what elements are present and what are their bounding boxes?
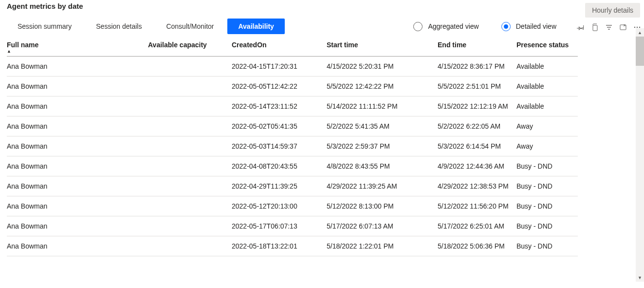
cell-full-name: Ana Bowman bbox=[7, 136, 148, 156]
cell-presence-status: Away bbox=[516, 136, 578, 156]
table-row[interactable]: Ana Bowman2022-05-05T12:42:225/5/2022 12… bbox=[7, 77, 578, 96]
cell-created-on: 2022-04-15T17:20:31 bbox=[232, 57, 327, 77]
aggregated-view-label: Aggregated view bbox=[428, 22, 478, 30]
cell-start-time: 5/14/2022 11:11:52 PM bbox=[327, 96, 438, 116]
table-row[interactable]: Ana Bowman2022-05-14T23:11:525/14/2022 1… bbox=[7, 96, 578, 116]
cell-presence-status: Busy - DND bbox=[516, 156, 578, 176]
filter-icon[interactable] bbox=[605, 23, 613, 31]
cell-full-name: Ana Bowman bbox=[7, 176, 148, 196]
tab-session-summary[interactable]: Session summary bbox=[7, 19, 82, 34]
cell-full-name: Ana Bowman bbox=[7, 96, 148, 116]
table-row[interactable]: Ana Bowman2022-05-03T14:59:375/3/2022 2:… bbox=[7, 136, 578, 156]
cell-created-on: 2022-05-18T13:22:01 bbox=[232, 236, 327, 256]
cell-available-capacity bbox=[148, 156, 232, 176]
cell-presence-status: Busy - DND bbox=[516, 196, 578, 216]
cell-created-on: 2022-05-02T05:41:35 bbox=[232, 116, 327, 136]
copy-icon[interactable] bbox=[591, 23, 599, 31]
tab-session-details[interactable]: Session details bbox=[85, 19, 152, 34]
cell-presence-status: Available bbox=[516, 96, 578, 116]
svg-point-6 bbox=[637, 27, 638, 28]
cell-full-name: Ana Bowman bbox=[7, 77, 148, 96]
col-header-start-time[interactable]: Start time bbox=[327, 38, 438, 57]
cell-start-time: 5/17/2022 6:07:13 AM bbox=[327, 216, 438, 236]
focus-mode-icon[interactable] bbox=[619, 23, 627, 31]
cell-full-name: Ana Bowman bbox=[7, 116, 148, 136]
cell-end-time: 4/9/2022 12:44:36 AM bbox=[438, 156, 516, 176]
cell-start-time: 4/29/2022 11:39:25 AM bbox=[327, 176, 438, 196]
scroll-thumb[interactable] bbox=[636, 37, 644, 66]
cell-presence-status: Available bbox=[516, 57, 578, 77]
cell-available-capacity bbox=[148, 96, 232, 116]
tabs: Session summarySession detailsConsult/Mo… bbox=[7, 19, 285, 34]
table-row[interactable]: Ana Bowman2022-04-08T20:43:554/8/2022 8:… bbox=[7, 156, 578, 176]
table-row[interactable]: Ana Bowman2022-04-29T11:39:254/29/2022 1… bbox=[7, 176, 578, 196]
hourly-details-button[interactable]: Hourly details bbox=[585, 3, 640, 18]
cell-end-time: 5/5/2022 2:51:01 PM bbox=[438, 77, 516, 96]
cell-presence-status: Available bbox=[516, 77, 578, 96]
cell-start-time: 5/3/2022 2:59:37 PM bbox=[327, 136, 438, 156]
cell-available-capacity bbox=[148, 176, 232, 196]
cell-full-name: Ana Bowman bbox=[7, 57, 148, 77]
cell-presence-status: Busy - DND bbox=[516, 236, 578, 256]
scroll-up-icon[interactable]: ▲ bbox=[636, 28, 644, 37]
cell-available-capacity bbox=[148, 57, 232, 77]
cell-full-name: Ana Bowman bbox=[7, 236, 148, 256]
table-row[interactable]: Ana Bowman2022-05-02T05:41:355/2/2022 5:… bbox=[7, 116, 578, 136]
cell-end-time: 4/15/2022 8:36:17 PM bbox=[438, 57, 516, 77]
cell-created-on: 2022-05-05T12:42:22 bbox=[232, 77, 327, 96]
cell-full-name: Ana Bowman bbox=[7, 156, 148, 176]
cell-created-on: 2022-05-17T06:07:13 bbox=[232, 216, 327, 236]
col-header-created-on[interactable]: CreatedOn bbox=[232, 38, 327, 57]
detailed-view-radio[interactable]: Detailed view bbox=[501, 22, 556, 31]
cell-start-time: 5/12/2022 8:13:00 PM bbox=[327, 196, 438, 216]
svg-point-7 bbox=[639, 27, 640, 28]
cell-end-time: 5/15/2022 12:12:19 AM bbox=[438, 96, 516, 116]
col-header-end-time[interactable]: End time bbox=[438, 38, 516, 57]
vertical-scrollbar[interactable]: ▲ ▼ bbox=[636, 28, 644, 282]
cell-created-on: 2022-05-14T23:11:52 bbox=[232, 96, 327, 116]
cell-end-time: 5/17/2022 6:25:01 AM bbox=[438, 216, 516, 236]
tab-consult-monitor[interactable]: Consult/Monitor bbox=[155, 19, 224, 34]
cell-end-time: 5/2/2022 6:22:05 AM bbox=[438, 116, 516, 136]
data-table: Full name ▲ Available capacity CreatedOn… bbox=[7, 38, 578, 256]
cell-start-time: 5/5/2022 12:42:22 PM bbox=[327, 77, 438, 96]
cell-created-on: 2022-04-08T20:43:55 bbox=[232, 156, 327, 176]
pin-icon[interactable] bbox=[577, 23, 585, 31]
scroll-down-icon[interactable]: ▼ bbox=[636, 273, 644, 282]
col-header-full-name[interactable]: Full name ▲ bbox=[7, 38, 148, 57]
cell-start-time: 4/8/2022 8:43:55 PM bbox=[327, 156, 438, 176]
cell-available-capacity bbox=[148, 236, 232, 256]
cell-available-capacity bbox=[148, 77, 232, 96]
cell-full-name: Ana Bowman bbox=[7, 216, 148, 236]
svg-rect-0 bbox=[593, 25, 597, 31]
col-header-available-capacity[interactable]: Available capacity bbox=[148, 38, 232, 57]
cell-created-on: 2022-05-12T20:13:00 bbox=[232, 196, 327, 216]
table-row[interactable]: Ana Bowman2022-05-17T06:07:135/17/2022 6… bbox=[7, 216, 578, 236]
col-header-presence-status[interactable]: Presence status bbox=[516, 38, 578, 57]
cell-start-time: 5/2/2022 5:41:35 AM bbox=[327, 116, 438, 136]
aggregated-view-radio[interactable]: Aggregated view bbox=[413, 22, 478, 31]
cell-created-on: 2022-04-29T11:39:25 bbox=[232, 176, 327, 196]
cell-start-time: 5/18/2022 1:22:01 PM bbox=[327, 236, 438, 256]
sort-asc-icon: ▲ bbox=[7, 49, 148, 53]
cell-available-capacity bbox=[148, 116, 232, 136]
cell-end-time: 4/29/2022 12:38:53 PM bbox=[438, 176, 516, 196]
page-title: Agent metrics by date bbox=[7, 0, 83, 11]
cell-end-time: 5/18/2022 5:06:36 PM bbox=[438, 236, 516, 256]
cell-end-time: 5/12/2022 11:56:20 PM bbox=[438, 196, 516, 216]
table-row[interactable]: Ana Bowman2022-05-12T20:13:005/12/2022 8… bbox=[7, 196, 578, 216]
detailed-view-label: Detailed view bbox=[516, 22, 556, 30]
cell-available-capacity bbox=[148, 196, 232, 216]
cell-available-capacity bbox=[148, 136, 232, 156]
cell-presence-status: Busy - DND bbox=[516, 216, 578, 236]
table-row[interactable]: Ana Bowman2022-05-18T13:22:015/18/2022 1… bbox=[7, 236, 578, 256]
cell-end-time: 5/3/2022 6:14:54 PM bbox=[438, 136, 516, 156]
cell-created-on: 2022-05-03T14:59:37 bbox=[232, 136, 327, 156]
cell-start-time: 4/15/2022 5:20:31 PM bbox=[327, 57, 438, 77]
cell-full-name: Ana Bowman bbox=[7, 196, 148, 216]
cell-available-capacity bbox=[148, 216, 232, 236]
table-row[interactable]: Ana Bowman2022-04-15T17:20:314/15/2022 5… bbox=[7, 57, 578, 77]
cell-presence-status: Away bbox=[516, 116, 578, 136]
svg-point-5 bbox=[634, 27, 635, 28]
tab-availability[interactable]: Availability bbox=[227, 19, 284, 34]
